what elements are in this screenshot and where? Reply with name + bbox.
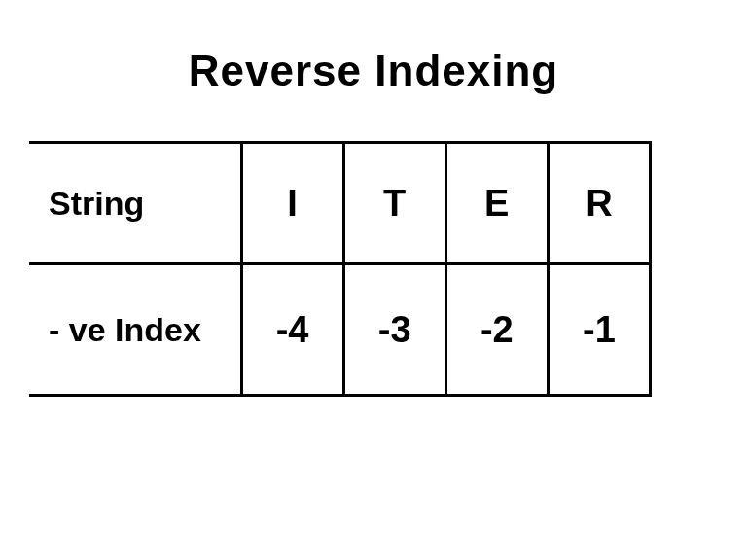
string-cell: E — [445, 143, 548, 264]
index-cell: -2 — [445, 264, 548, 396]
table: String I T E R - ve Index -4 -3 -2 -1 — [29, 141, 652, 397]
page: Reverse Indexing String I T E R - ve Ind… — [0, 0, 747, 560]
table-row: String I T E R — [29, 143, 651, 264]
table-row: - ve Index -4 -3 -2 -1 — [29, 264, 651, 396]
row-label-negative-index: - ve Index — [29, 264, 241, 396]
string-cell: R — [548, 143, 650, 264]
page-title: Reverse Indexing — [0, 47, 747, 95]
string-cell: I — [241, 143, 343, 264]
row-label-string: String — [29, 143, 241, 264]
reverse-indexing-table: String I T E R - ve Index -4 -3 -2 -1 — [29, 141, 652, 397]
string-cell: T — [343, 143, 445, 264]
index-cell: -3 — [343, 264, 445, 396]
index-cell: -1 — [548, 264, 650, 396]
index-cell: -4 — [241, 264, 343, 396]
